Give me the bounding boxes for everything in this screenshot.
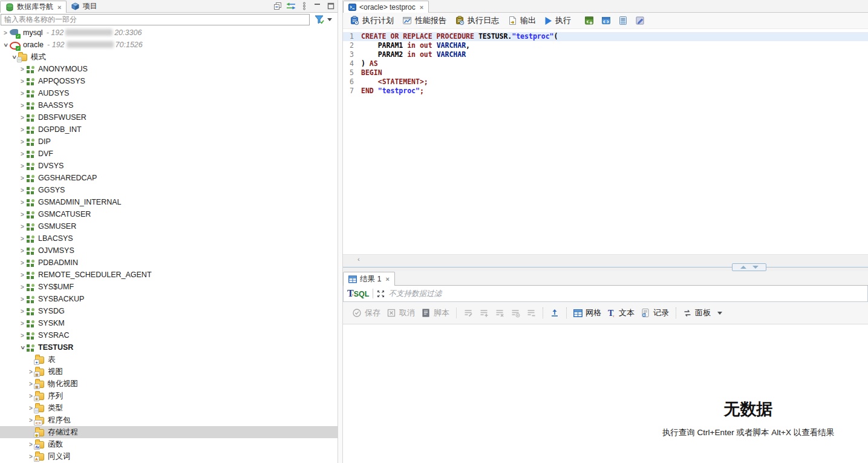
chevron-icon[interactable]: > <box>18 187 27 194</box>
chevron-icon[interactable]: > <box>18 66 27 73</box>
code-area[interactable]: 1 CREATE OR REPLACE PROCEDURE TESTUSR."t… <box>343 29 868 254</box>
save-button[interactable]: 保存 <box>352 307 380 318</box>
chevron-icon[interactable]: > <box>18 260 27 266</box>
tree-row[interactable]: > oracle - 19270:1526 <box>0 39 338 51</box>
chevron-icon[interactable]: > <box>18 235 27 242</box>
tree-row[interactable]: > APPQOSSYS <box>0 75 338 87</box>
edit-button[interactable] <box>635 16 645 25</box>
copy-row-button[interactable] <box>495 308 504 318</box>
execution-plan-button[interactable]: 执行计划 <box>350 15 394 26</box>
performance-report-button[interactable]: 性能报告 <box>402 15 446 26</box>
chevron-down-icon[interactable] <box>717 312 722 315</box>
chevron-icon[interactable]: > <box>18 211 27 218</box>
tree-row[interactable]: > PDBADMIN <box>0 257 338 269</box>
tree-row[interactable]: > 序列 <box>0 390 338 402</box>
show-log-button[interactable] <box>618 16 628 25</box>
chevron-icon[interactable]: > <box>18 272 27 278</box>
close-icon[interactable] <box>385 275 389 283</box>
tree-row[interactable]: > SYSBACKUP <box>0 293 338 305</box>
tree-row[interactable]: > 程序包 <box>0 414 338 426</box>
chevron-icon[interactable]: > <box>18 175 27 182</box>
expand-filter-icon[interactable] <box>377 290 385 298</box>
tree-row[interactable]: > OJVMSYS <box>0 245 338 257</box>
tree-row[interactable]: > 物化视图 <box>0 378 338 390</box>
tree-row[interactable]: > GGSHAREDCAP <box>0 172 338 184</box>
chevron-icon[interactable]: > <box>18 78 27 85</box>
collapse-all-button[interactable] <box>271 0 284 11</box>
chevron-icon[interactable]: > <box>2 41 9 49</box>
maximize-button[interactable] <box>324 0 338 11</box>
results-grid[interactable]: 无数据 执行查询 Ctrl+Enter 或者脚本 Alt+X 以查看结果 <box>343 324 868 454</box>
tree-row[interactable]: > TESTUSR <box>0 341 338 353</box>
chevron-icon[interactable]: > <box>18 332 27 339</box>
panel-sash[interactable] <box>338 0 343 463</box>
tree-row[interactable]: > 类型 <box>0 402 338 414</box>
insert-row-button[interactable] <box>511 308 520 318</box>
tree-row[interactable]: > DGPDB_INT <box>0 123 338 136</box>
text-view-button[interactable]: T‹ 文本 <box>607 307 635 318</box>
tree-row[interactable]: > DBSFWUSER <box>0 111 338 123</box>
tree-row[interactable]: > 同义词 <box>0 450 338 462</box>
tree-row[interactable]: > BAASSYS <box>0 99 338 111</box>
editor-results-splitter[interactable] <box>343 263 868 271</box>
chevron-icon[interactable]: > <box>18 296 27 303</box>
tree-row[interactable]: > DVF <box>0 148 338 160</box>
close-icon[interactable] <box>420 4 423 11</box>
collapse-up-icon[interactable] <box>740 266 746 269</box>
filter-settings-button[interactable] <box>310 14 337 25</box>
record-view-button[interactable]: 记录 <box>641 307 669 318</box>
chevron-icon[interactable]: > <box>18 114 27 121</box>
execute-button[interactable]: 执行 <box>544 15 571 26</box>
execution-log-button[interactable]: 执行日志 <box>455 15 499 26</box>
chevron-icon[interactable]: > <box>18 223 27 230</box>
export-button[interactable] <box>550 308 560 318</box>
chevron-icon[interactable]: > <box>18 308 27 315</box>
chevron-icon[interactable]: > <box>18 248 27 254</box>
tree-row[interactable]: > 视图 <box>0 366 338 378</box>
tree-row[interactable]: > 函数 <box>0 438 338 450</box>
minimize-button[interactable] <box>311 0 324 11</box>
tree-row[interactable]: > SYSDG <box>0 305 338 317</box>
grid-view-button[interactable]: 网格 <box>573 307 601 318</box>
chevron-icon[interactable]: > <box>18 102 27 109</box>
tree-row[interactable]: > DVSYS <box>0 160 338 172</box>
view-menu-button[interactable] <box>298 0 311 11</box>
chevron-icon[interactable]: > <box>19 343 26 352</box>
tree-row[interactable]: > AUDSYS <box>0 87 338 99</box>
script-button[interactable]: 脚本 <box>421 307 449 318</box>
tree-row[interactable]: > ANONYMOUS <box>0 63 338 75</box>
chevron-icon[interactable]: > <box>1 30 10 36</box>
tree-row[interactable]: > GSMCATUSER <box>0 208 338 220</box>
link-with-editor-button[interactable] <box>284 0 298 11</box>
tree-row[interactable]: 存储过程 <box>0 426 338 438</box>
tree-row[interactable]: > SYS$UMF <box>0 281 338 293</box>
tree-row[interactable]: > REMOTE_SCHEDULER_AGENT <box>0 269 338 281</box>
delete-row-button[interactable] <box>526 308 536 318</box>
chevron-icon[interactable]: > <box>11 53 18 61</box>
new-sql-editor-button[interactable] <box>584 16 594 25</box>
collapse-down-icon[interactable] <box>752 266 759 269</box>
cancel-button[interactable]: 取消 <box>387 307 415 318</box>
horizontal-scrollbar[interactable] <box>343 254 868 263</box>
tree-row[interactable]: > LBACSYS <box>0 232 338 245</box>
tree-row[interactable]: > GGSYS <box>0 184 338 196</box>
chevron-icon[interactable]: > <box>18 320 27 327</box>
panels-button[interactable]: 面板 <box>683 307 722 318</box>
tree-row[interactable]: > SYSKM <box>0 317 338 329</box>
tree-row[interactable]: > GSMUSER <box>0 220 338 232</box>
tree-row[interactable]: > 模式 <box>0 51 338 63</box>
tab-sql-editor[interactable]: <oracle> testproc <box>343 1 429 13</box>
add-row-button[interactable] <box>479 308 489 318</box>
close-icon[interactable] <box>57 4 61 11</box>
tree-row[interactable]: > DIP <box>0 136 338 148</box>
tree-row[interactable]: > mysql - 19220:3306 <box>0 27 338 39</box>
view-source-button[interactable] <box>601 16 611 25</box>
tab-database-navigator[interactable]: 数据库导航 <box>0 1 67 13</box>
edit-row-button[interactable] <box>463 308 473 318</box>
chevron-icon[interactable]: > <box>18 126 27 133</box>
tree-row[interactable]: 表 <box>0 353 338 366</box>
chevron-icon[interactable]: > <box>18 199 27 206</box>
chevron-icon[interactable]: > <box>18 90 27 97</box>
chevron-icon[interactable]: > <box>18 139 27 145</box>
tab-projects[interactable]: 项目 <box>67 0 102 12</box>
